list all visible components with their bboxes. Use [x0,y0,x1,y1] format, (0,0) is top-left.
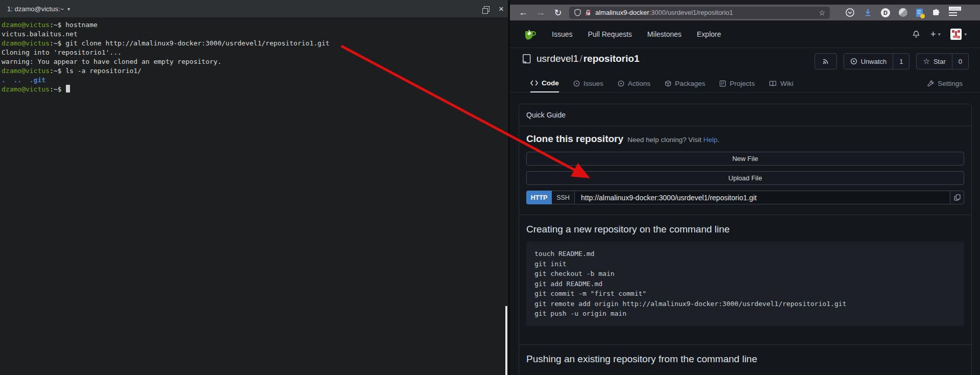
actions-icon [618,80,624,87]
prompt-user: dzamo@victus [2,67,50,75]
tab-packages[interactable]: Packages [665,75,705,92]
terminal-line: dzamo@victus:~$ hostname [2,20,505,30]
copy-url-button[interactable] [950,191,964,204]
reload-button[interactable]: ↻ [552,7,564,18]
code-line: touch README.md [534,249,956,259]
tab-code[interactable]: Code [530,75,559,92]
notifications-bell-icon[interactable] [912,30,920,38]
avatar[interactable] [950,29,962,40]
download-icon[interactable] [864,8,872,17]
directory-entry[interactable]: .. [13,76,21,84]
terminal-cursor[interactable] [66,85,70,92]
terminal-line: warning: You appear to have cloned an em… [2,57,505,66]
back-button[interactable]: ← [517,7,529,18]
code-line: git commit -m "first commit" [534,289,956,299]
repository-icon [522,54,531,64]
prompt-user: dzamo@victus [2,85,50,93]
tab-settings[interactable]: Settings [927,75,963,92]
url-bar[interactable]: almalinux9-docker:3000/usrdevel1/reposit… [569,7,830,19]
command-text [61,85,65,93]
create-code-block[interactable]: touch README.mdgit initgit checkout -b m… [526,242,964,326]
upload-file-button[interactable]: Upload File [526,171,964,185]
ssh-protocol-button[interactable]: SSH [552,191,575,204]
prompt-user: dzamo@victus [2,21,50,29]
shield-icon[interactable] [574,9,581,16]
tab-label: Actions [628,80,650,87]
directory-entry[interactable]: . [2,76,6,84]
gitea-page: IssuesPull RequestsMilestonesExplore + ▾… [510,20,980,375]
terminal-line: dzamo@victus:~$ ls -a repositorio1/ [2,66,505,76]
tab-actions[interactable]: Actions [618,75,650,92]
insecure-lock-icon[interactable] [585,9,592,16]
star-button[interactable]: ☆ Star 0 [916,53,969,69]
nav-item-issues[interactable]: Issues [552,30,572,38]
terminal-titlebar[interactable]: 1: dzamo@victus:~ ▾ × [0,0,508,17]
code-icon [530,80,538,86]
repo-header: usrdevel1/repositorio1 [510,48,980,75]
bookmark-star-icon[interactable]: ☆ [819,9,825,17]
menu-hamburger-icon[interactable] [949,10,957,16]
wiki-icon [769,80,777,87]
projects-icon [719,80,726,87]
gitea-navbar: IssuesPull RequestsMilestonesExplore + ▾… [510,20,980,48]
window-close-icon[interactable]: × [499,5,504,13]
pocket-icon[interactable] [845,8,855,17]
screen: 1: dzamo@victus:~ ▾ × dzamo@victus:~$ ho… [0,0,980,375]
create-section-heading: Creating a new repository on the command… [526,224,964,235]
prompt-symbol: :~$ [50,85,61,93]
create-new-button[interactable]: + ▾ [930,29,941,39]
prompt-symbol: :~$ [50,39,61,47]
extensions-puzzle-icon[interactable] [931,8,940,17]
star-icon: ☆ [923,57,929,66]
url-path: :3000/usrdevel1/repositorio1 [649,9,733,16]
http-protocol-button[interactable]: HTTP [526,191,552,204]
duckduckgo-extension-icon[interactable]: D [881,8,890,17]
page-content: Quick Guide Clone this repository Need h… [510,92,980,375]
nav-item-milestones[interactable]: Milestones [647,30,682,38]
output-text: Cloning into 'repositorio1'... [2,49,122,56]
issues-icon [573,80,580,87]
output-text: warning: You appear to have cloned an em… [2,58,221,65]
repo-owner-link[interactable]: usrdevel1 [536,53,578,64]
forward-button[interactable]: → [534,7,547,18]
rss-feed-button[interactable] [814,53,837,69]
tab-label: Projects [730,80,755,87]
tab-settings-label: Settings [938,80,963,87]
watch-count[interactable]: 1 [893,54,909,69]
clone-url-input[interactable]: http://almalinux9-docker:3000/usrdevel1/… [575,191,950,204]
user-menu[interactable]: ▾ [950,29,967,40]
prompt-user: dzamo@victus [2,39,50,47]
terminal-window: 1: dzamo@victus:~ ▾ × dzamo@victus:~$ ho… [0,0,508,375]
tab-label: Packages [675,80,705,87]
tab-projects[interactable]: Projects [719,75,755,92]
repo-name-link[interactable]: repositorio1 [584,53,640,64]
tab-wiki[interactable]: Wiki [769,75,794,92]
help-link[interactable]: Help [703,136,717,144]
document-badge-extension-icon[interactable] [916,9,923,17]
terminal-line: dzamo@victus:~$ git clone http://almalin… [2,39,505,48]
chevron-down-icon: ▾ [938,32,941,37]
command-text: ls -a repositorio1/ [61,67,142,75]
terminal-line: . .. .git [2,76,505,85]
nav-item-explore[interactable]: Explore [697,30,721,38]
terminal-scrollbar[interactable] [505,306,507,375]
unwatch-button[interactable]: Unwatch 1 [844,53,910,69]
repo-tabs: CodeIssuesActionsPackagesProjectsWiki Se… [510,75,980,92]
code-line: git push -u origin main [534,309,956,319]
window-restore-icon[interactable] [484,6,489,12]
terminal-tab-caret-icon[interactable]: ▾ [67,6,70,12]
terminal-output[interactable]: dzamo@victus:~$ hostnamevictus.balaitus.… [2,20,505,94]
clone-help-text: Need help cloning? Visit Help. [627,136,719,144]
terminal-line: Cloning into 'repositorio1'... [2,48,505,57]
tab-issues[interactable]: Issues [573,75,603,92]
quick-guide-title: Quick Guide [519,104,971,126]
plus-icon: + [930,29,936,39]
tab-label: Code [542,79,559,87]
extension-icon[interactable] [899,8,907,17]
directory-entry[interactable]: .git [30,76,45,84]
rss-icon [822,58,829,65]
nav-item-pull-requests[interactable]: Pull Requests [588,30,632,38]
star-count[interactable]: 0 [952,54,968,69]
gitea-logo-icon[interactable] [523,28,536,41]
new-file-button[interactable]: New File [526,152,964,166]
